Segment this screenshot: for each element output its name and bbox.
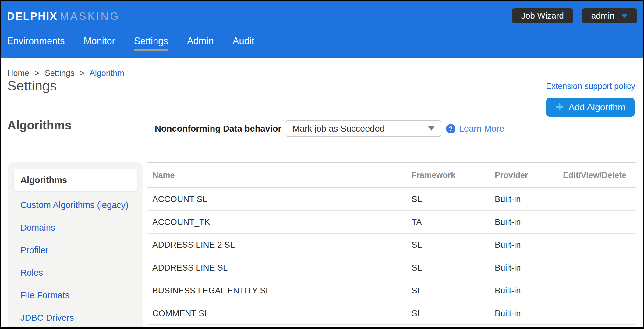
table-row: ADDRESS LINE 2 SL SL Built-in	[147, 234, 636, 256]
breadcrumb-home[interactable]: Home	[7, 69, 29, 78]
cell-provider: Built-in	[495, 240, 563, 250]
table-row: BUSINESS LEGAL ENTITY SL SL Built-in	[147, 279, 636, 302]
nonconforming-behavior-select[interactable]: Mark job as Succeeded	[286, 120, 441, 137]
sidebar-item-label: File Formats	[20, 290, 69, 300]
add-algorithm-label: Add Algorithm	[568, 102, 625, 112]
extension-support-policy-link[interactable]: Extension support policy	[546, 82, 635, 91]
chevron-down-icon	[621, 14, 628, 18]
cell-provider: Built-in	[495, 286, 563, 295]
breadcrumb-separator: >	[35, 69, 40, 78]
cell-framework: SL	[412, 194, 495, 204]
breadcrumb-separator: >	[80, 69, 85, 78]
table-header-row: Name Framework Provider Edit/View/Delete	[147, 163, 636, 188]
cell-provider: Built-in	[495, 194, 563, 204]
plus-icon: +	[555, 100, 564, 114]
nonconforming-behavior-label: Nonconforming Data behavior	[155, 124, 281, 134]
column-header-actions: Edit/View/Delete	[563, 171, 636, 180]
app-window: DELPHIXMASKING Job Wizard admin Environm…	[0, 0, 644, 329]
sidebar-item[interactable]: Domains	[14, 221, 137, 234]
cell-provider: Built-in	[495, 217, 563, 227]
table-row: ACCOUNT_TK TA Built-in	[147, 211, 636, 234]
sidebar-item[interactable]: Custom Algorithms (legacy)	[14, 199, 137, 211]
cell-framework: TA	[412, 217, 495, 227]
nonconforming-behavior-group: Nonconforming Data behavior Mark job as …	[155, 120, 504, 137]
cell-name: ACCOUNT SL	[147, 194, 412, 204]
nav-item-label: Settings	[134, 36, 168, 46]
sidebar-item[interactable]: Roles	[14, 267, 137, 279]
nav-item[interactable]: Settings	[134, 36, 168, 51]
cell-framework: SL	[412, 240, 495, 250]
learn-more-link[interactable]: Learn More	[459, 124, 504, 134]
sidebar-item-label: Roles	[20, 268, 43, 278]
breadcrumb-algorithm[interactable]: Algorithm	[90, 69, 124, 78]
cell-provider: Built-in	[495, 263, 563, 273]
topbar-actions: Job Wizard admin	[512, 8, 637, 23]
nav-item[interactable]: Monitor	[84, 36, 115, 47]
nav-item-label: Monitor	[84, 36, 115, 46]
nav-item-label: Audit	[233, 36, 254, 46]
cell-framework: SL	[412, 309, 495, 318]
select-caret-icon	[428, 126, 434, 131]
help-icon[interactable]: ?	[446, 124, 455, 133]
sidebar-item-label: Profiler	[20, 245, 48, 255]
sidebar-item-label: Custom Algorithms (legacy)	[20, 200, 129, 210]
table-row: ACCOUNT SL SL Built-in	[147, 188, 636, 211]
table-body: ACCOUNT SL SL Built-in ACCOUNT_TK TA Bui…	[147, 188, 636, 325]
sidebar-item-label: Domains	[20, 223, 55, 232]
cell-framework: SL	[412, 286, 495, 295]
cell-name: BUSINESS LEGAL ENTITY SL	[147, 286, 412, 295]
column-header-provider: Provider	[495, 171, 563, 180]
nav-item-label: Environments	[7, 36, 65, 46]
page-title: Settings	[7, 78, 57, 94]
brand-secondary: MASKING	[60, 10, 120, 22]
add-algorithm-button[interactable]: + Add Algorithm	[546, 98, 635, 117]
sidebar-item[interactable]: Algorithms	[14, 169, 137, 191]
nav-item[interactable]: Audit	[233, 36, 254, 47]
nav-item[interactable]: Environments	[7, 36, 65, 47]
page-content: Home > Settings > Algorithm Settings Ext…	[1, 58, 643, 327]
app-header: DELPHIXMASKING Job Wizard admin Environm…	[1, 1, 643, 58]
algorithms-table: Name Framework Provider Edit/View/Delete…	[147, 162, 636, 325]
content-row: Algorithms Custom Algorithms (legacy) Do…	[1, 162, 643, 327]
nav-item[interactable]: Admin	[187, 36, 214, 47]
sidebar-item[interactable]: File Formats	[14, 289, 137, 301]
column-header-framework: Framework	[412, 171, 495, 180]
cell-name: COMMENT SL	[147, 309, 412, 318]
user-menu-button[interactable]: admin	[582, 8, 637, 23]
sidebar-item[interactable]: Profiler	[14, 244, 137, 256]
cell-name: ADDRESS LINE 2 SL	[147, 240, 412, 250]
cell-framework: SL	[412, 263, 495, 273]
user-menu-label: admin	[591, 11, 614, 21]
column-header-name: Name	[147, 171, 412, 180]
active-nav-underline	[134, 49, 168, 51]
nav-item-label: Admin	[187, 36, 214, 46]
section-divider	[7, 150, 636, 150]
table-row: COMMENT SL SL Built-in	[147, 302, 636, 325]
cell-name: ADDRESS LINE SL	[147, 263, 412, 273]
sidebar-item-label: Algorithms	[20, 175, 67, 185]
cell-name: ACCOUNT_TK	[147, 217, 412, 227]
cell-provider: Built-in	[495, 309, 563, 318]
breadcrumb: Home > Settings > Algorithm	[7, 69, 124, 78]
sidebar-item-label: JDBC Drivers	[20, 313, 74, 323]
brand-logo: DELPHIXMASKING	[7, 8, 120, 22]
main-nav: Environments Monitor Settings Admin	[7, 36, 273, 51]
breadcrumb-settings[interactable]: Settings	[45, 69, 75, 78]
section-heading: Algorithms	[7, 119, 72, 132]
select-value: Mark job as Succeeded	[292, 124, 428, 134]
job-wizard-button[interactable]: Job Wizard	[512, 8, 573, 23]
settings-sidebar: Algorithms Custom Algorithms (legacy) Do…	[8, 162, 143, 327]
sidebar-item[interactable]: JDBC Drivers	[14, 312, 137, 324]
brand-primary: DELPHIX	[7, 10, 58, 22]
table-row: ADDRESS LINE SL SL Built-in	[147, 256, 636, 279]
